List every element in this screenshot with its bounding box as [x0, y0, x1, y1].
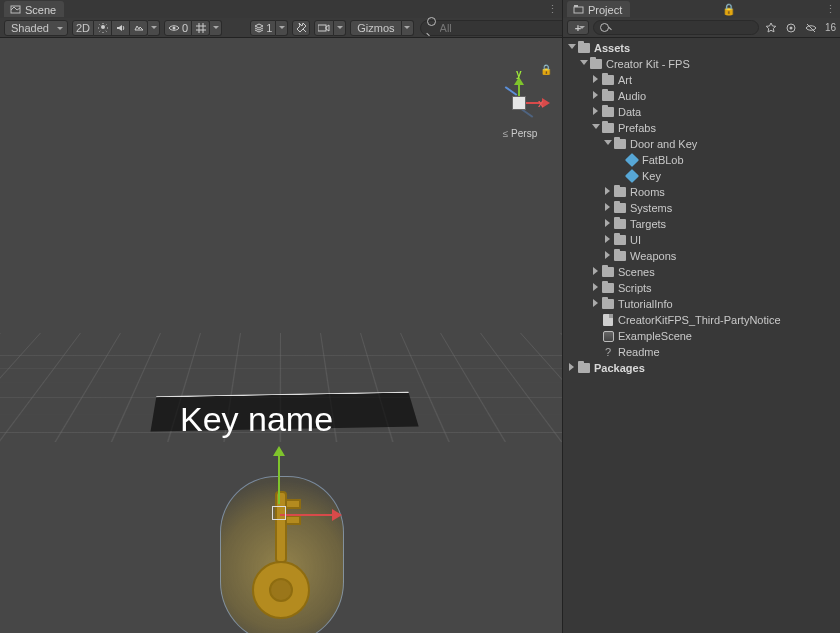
tree-item-audio[interactable]: Audio: [563, 88, 840, 104]
object-label-text: Key name: [180, 400, 333, 439]
tree-item-ui[interactable]: UI: [563, 232, 840, 248]
tree-item-prefabs[interactable]: Prefabs: [563, 120, 840, 136]
collapse-arrow-icon[interactable]: [603, 203, 613, 213]
folder-icon: [614, 187, 626, 197]
scene-camera-dropdown[interactable]: [334, 20, 346, 36]
camera-layers-dropdown[interactable]: [276, 20, 288, 36]
tree-item-data[interactable]: Data: [563, 104, 840, 120]
svg-point-2: [173, 26, 176, 29]
collapse-arrow-icon[interactable]: [603, 251, 613, 261]
scene-viewport[interactable]: 🔒 y x Persp Key name: [0, 38, 562, 633]
expand-arrow-icon[interactable]: [579, 59, 589, 69]
project-lock-icon[interactable]: 🔒: [722, 3, 734, 16]
project-search-input[interactable]: [617, 22, 752, 33]
tree-item-readme[interactable]: ? Readme: [563, 344, 840, 360]
collapse-arrow-icon[interactable]: [603, 219, 613, 229]
orientation-gizmo[interactable]: 🔒 y x Persp: [490, 66, 550, 136]
fx-toggle-icon[interactable]: [130, 20, 148, 36]
tree-item-key[interactable]: Key: [563, 168, 840, 184]
audio-toggle-icon[interactable]: [112, 20, 130, 36]
folder-icon: [602, 267, 614, 277]
project-tabbar: Project 🔒 ⋮: [563, 0, 840, 18]
tree-item-art[interactable]: Art: [563, 72, 840, 88]
expand-arrow-icon[interactable]: [567, 43, 577, 53]
folder-icon: [578, 363, 590, 373]
key-prefab-instance[interactable]: [220, 476, 344, 633]
expand-arrow-icon[interactable]: [591, 123, 601, 133]
collapse-arrow-icon[interactable]: [591, 283, 601, 293]
scene-visibility-icon[interactable]: 0: [164, 20, 192, 36]
hidden-count: 16: [825, 22, 836, 33]
create-button[interactable]: +: [567, 20, 589, 35]
tree-item-assets[interactable]: Assets: [563, 40, 840, 56]
type-filter-icon[interactable]: [783, 21, 799, 35]
grid-toggle-icon[interactable]: [192, 20, 210, 36]
scene-panel: Scene ⋮ Shaded 2D: [0, 0, 562, 633]
svg-rect-9: [574, 7, 583, 13]
scene-toggle-group: 2D: [72, 20, 160, 36]
search-icon: [427, 16, 436, 40]
scene-tab-options-icon[interactable]: ⋮: [546, 3, 558, 16]
svg-rect-6: [286, 516, 300, 524]
tab-scene[interactable]: Scene: [4, 1, 64, 17]
tree-item-systems[interactable]: Systems: [563, 200, 840, 216]
axis-x-label: x: [538, 98, 544, 109]
collapse-arrow-icon[interactable]: [603, 235, 613, 245]
tree-item-targets[interactable]: Targets: [563, 216, 840, 232]
tree-item-creator-kit[interactable]: Creator Kit - FPS: [563, 56, 840, 72]
scene-tab-icon: [10, 4, 21, 15]
projection-label[interactable]: Persp: [482, 128, 558, 139]
scene-search[interactable]: [420, 20, 585, 36]
fx-dropdown[interactable]: [148, 20, 160, 36]
project-search[interactable]: [593, 20, 759, 35]
toggle-2d[interactable]: 2D: [72, 20, 94, 36]
collapse-arrow-icon[interactable]: [591, 107, 601, 117]
tree-item-scenes[interactable]: Scenes: [563, 264, 840, 280]
tree-item-tutorialinfo[interactable]: TutorialInfo: [563, 296, 840, 312]
tree-item-fatblob[interactable]: FatBLob: [563, 152, 840, 168]
tree-item-thirdparty-notice[interactable]: CreatorKitFPS_Third-PartyNotice: [563, 312, 840, 328]
lighting-toggle-icon[interactable]: [94, 20, 112, 36]
collapse-arrow-icon[interactable]: [567, 363, 577, 373]
project-panel: Project 🔒 ⋮ + 16: [562, 0, 840, 633]
tree-item-packages[interactable]: Packages: [563, 360, 840, 376]
unknown-file-icon: ?: [602, 346, 614, 358]
collapse-arrow-icon[interactable]: [591, 91, 601, 101]
project-tree[interactable]: Assets Creator Kit - FPS Art Audio Data: [563, 38, 840, 633]
folder-icon: [614, 251, 626, 261]
collapse-arrow-icon[interactable]: [591, 75, 601, 85]
folder-icon: [614, 203, 626, 213]
tree-item-weapons[interactable]: Weapons: [563, 248, 840, 264]
svg-point-8: [270, 579, 292, 601]
tree-item-rooms[interactable]: Rooms: [563, 184, 840, 200]
collapse-arrow-icon[interactable]: [603, 187, 613, 197]
tree-item-example-scene[interactable]: ExampleScene: [563, 328, 840, 344]
svg-rect-5: [286, 500, 300, 508]
expand-arrow-icon[interactable]: [603, 139, 613, 149]
project-tab-options-icon[interactable]: ⋮: [824, 3, 836, 16]
svg-point-12: [789, 26, 792, 29]
gizmos-button[interactable]: Gizmos: [350, 20, 401, 36]
search-icon: [600, 22, 613, 34]
tree-item-scripts[interactable]: Scripts: [563, 280, 840, 296]
scene-search-input[interactable]: [440, 22, 578, 34]
scene-camera-icon[interactable]: [314, 20, 334, 36]
svg-rect-4: [276, 492, 286, 562]
folder-icon: [602, 123, 614, 133]
favorite-filter-icon[interactable]: [763, 21, 779, 35]
tools-icon[interactable]: [292, 20, 310, 36]
folder-icon: [614, 235, 626, 245]
tab-project[interactable]: Project: [567, 1, 630, 17]
shading-mode-select[interactable]: Shaded: [4, 20, 68, 36]
prefab-icon: [625, 153, 639, 167]
collapse-arrow-icon[interactable]: [591, 299, 601, 309]
collapse-arrow-icon[interactable]: [591, 267, 601, 277]
grid-dropdown[interactable]: [210, 20, 222, 36]
lock-icon[interactable]: 🔒: [540, 64, 552, 75]
hidden-visibility-icon[interactable]: [803, 21, 819, 35]
gizmos-dropdown[interactable]: [402, 20, 414, 36]
tree-item-door-and-key[interactable]: Door and Key: [563, 136, 840, 152]
folder-icon: [602, 299, 614, 309]
camera-layers-icon[interactable]: 1: [250, 20, 276, 36]
folder-icon: [602, 107, 614, 117]
